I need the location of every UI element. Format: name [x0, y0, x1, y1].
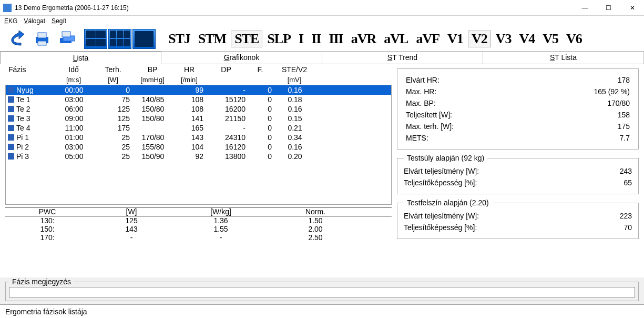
app-icon [3, 4, 12, 12]
tab-grafikonok[interactable]: Grafikonok [161, 52, 322, 64]
phase-table-header: Fázis Idő Terh. BP HR DP F. STE/V2 [5, 64, 392, 75]
weight-group: Testsúly alapján (92 kg) Elvárt teljesít… [397, 154, 639, 194]
phase-table-units: [m:s] [W] [mmHg] [/min] [mV] [5, 75, 392, 85]
lead-selector-row: STJSTMSTESLPIIIIIIaVRaVLaVFV1V2V3V4V5V6 [165, 31, 585, 47]
pwc-hdr-pwc: PWC [5, 207, 89, 216]
pwc-table: PWC [W] [W/kg] Norm. 130:1251.361.50150:… [5, 207, 392, 242]
maximize-button[interactable]: ☐ [597, 0, 620, 16]
layout-3x2-button[interactable] [108, 29, 131, 49]
table-row[interactable]: Pi 203:0025155/801041612000.16 [6, 142, 391, 152]
hdr-dp: DP [205, 64, 247, 75]
phase-table[interactable]: Nyug00:00099-00.16Te 103:0075140/8510815… [5, 85, 392, 205]
phase-icon [8, 87, 14, 93]
menubar: EKG Válogat Segít [0, 16, 644, 26]
hdr-ido: Idő [53, 64, 95, 75]
pwc-hdr-norm: Norm. [268, 207, 363, 216]
phase-note-input[interactable] [9, 287, 635, 297]
right-column: Elvárt HR:178 Max. HR:165 (92 %) Max. BP… [397, 64, 639, 274]
hdr-ste: STE/V2 [273, 64, 315, 75]
content-area: Fázis Idő Terh. BP HR DP F. STE/V2 [m:s]… [0, 64, 644, 277]
lead-v3[interactable]: V3 [493, 31, 515, 47]
lead-v5[interactable]: V5 [539, 31, 561, 47]
table-row[interactable]: Nyug00:00099-00.16 [6, 85, 391, 95]
print-button[interactable] [30, 28, 54, 49]
svg-rect-2 [38, 41, 46, 45]
pwc-row: 170:--2.50 [5, 233, 392, 242]
phase-note-group: Fázis megjegyzés [5, 277, 639, 301]
tab-stlista[interactable]: ST Lista [483, 52, 644, 64]
phase-icon [8, 96, 14, 103]
close-button[interactable]: ✕ [620, 0, 644, 16]
tab-lista[interactable]: Lista [0, 52, 161, 64]
sub-tabs: Lista Grafikonok ST Trend ST Lista [0, 52, 644, 64]
lead-v2[interactable]: V2 [468, 31, 491, 47]
pwc-row: 130:1251.361.50 [5, 216, 392, 225]
statusbar: Ergometria fázisok listája [0, 304, 644, 318]
lead-i[interactable]: I [295, 31, 306, 47]
pwc-row: 150:1431.552.00 [5, 225, 392, 233]
hdr-fazis: Fázis [5, 64, 53, 75]
table-row[interactable]: Pi 305:0025150/90921380000.20 [6, 152, 391, 161]
hdr-f: F. [247, 64, 273, 75]
lead-ste[interactable]: STE [231, 31, 262, 47]
phase-icon [8, 115, 14, 122]
table-row[interactable]: Pi 101:0025170/801432431000.34 [6, 133, 391, 142]
lead-stj[interactable]: STJ [165, 31, 193, 47]
phase-icon [8, 106, 14, 112]
lead-v4[interactable]: V4 [516, 31, 538, 47]
menu-segit[interactable]: Segít [52, 17, 66, 25]
phase-icon [8, 144, 14, 150]
toolbar: STJSTMSTESLPIIIIIIaVRaVLaVFV1V2V3V4V5V6 [0, 26, 644, 52]
pwc-hdr-w: [W] [89, 207, 173, 216]
lead-ii[interactable]: II [308, 31, 324, 47]
svg-rect-5 [62, 32, 70, 37]
hdr-hr: HR [173, 64, 205, 75]
lead-avl[interactable]: aVL [381, 31, 411, 47]
hdr-terh: Terh. [95, 64, 131, 75]
lead-iii[interactable]: III [325, 31, 346, 47]
titlebar: 13 Demo Ergometria (2006-11-27 16:15) — … [0, 0, 644, 16]
table-row[interactable]: Te 206:00125150/801081620000.16 [6, 104, 391, 114]
print-multi-button[interactable] [56, 28, 79, 49]
tab-sttrend[interactable]: ST Trend [322, 52, 483, 64]
table-row[interactable]: Te 411:00175165-00.21 [6, 123, 391, 133]
phase-icon [8, 125, 14, 131]
window-title: 13 Demo Ergometria (2006-11-27 16:15) [15, 4, 573, 12]
back-button[interactable] [5, 28, 28, 49]
pwc-hdr-wkg: [W/kg] [173, 207, 268, 216]
svg-rect-1 [38, 33, 46, 38]
minimize-button[interactable]: — [573, 0, 597, 16]
lead-avf[interactable]: aVF [413, 31, 443, 47]
left-column: Fázis Idő Terh. BP HR DP F. STE/V2 [m:s]… [5, 64, 392, 274]
lead-v6[interactable]: V6 [563, 31, 585, 47]
lead-v1[interactable]: V1 [444, 31, 466, 47]
lead-slp[interactable]: SLP [264, 31, 294, 47]
phase-icon [8, 134, 14, 141]
graph-layout-group [84, 29, 156, 49]
table-row[interactable]: Te 309:00125150/801412115000.15 [6, 114, 391, 123]
table-row[interactable]: Te 103:0075140/851081512000.18 [6, 95, 391, 104]
lead-stm[interactable]: STM [195, 31, 229, 47]
menu-valogat[interactable]: Válogat [24, 17, 45, 25]
surface-group: Testfelszín alapján (2.20) Elvárt teljes… [397, 198, 639, 239]
hdr-bp: BP [131, 64, 173, 75]
menu-ekg[interactable]: EKG [4, 17, 17, 25]
layout-2x2-button[interactable] [84, 29, 107, 49]
phase-icon [8, 153, 14, 160]
summary-box: Elvárt HR:178 Max. HR:165 (92 %) Max. BP… [397, 68, 639, 150]
layout-1-button[interactable] [132, 29, 156, 49]
lead-avr[interactable]: aVR [348, 31, 380, 47]
status-text: Ergometria fázisok listája [5, 307, 87, 316]
